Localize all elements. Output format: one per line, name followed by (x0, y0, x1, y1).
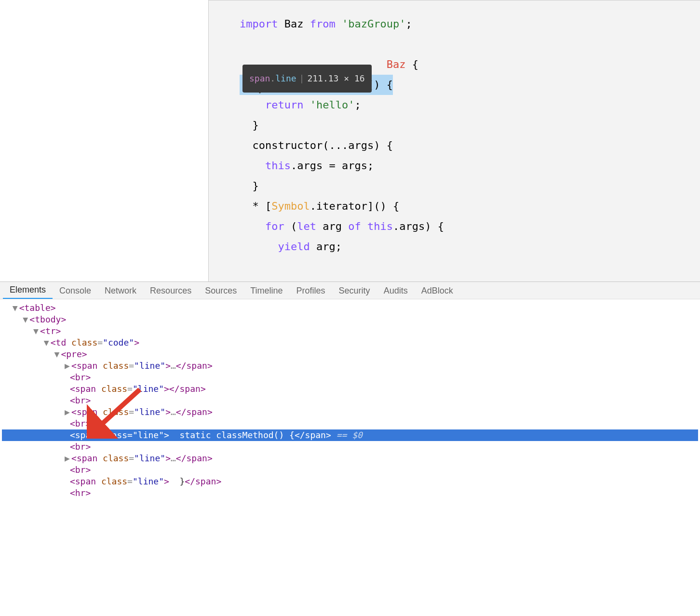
inspector-tooltip: span.line|211.13 × 16 (242, 65, 372, 93)
tab-resources[interactable]: Resources (143, 283, 198, 299)
code-line-5: return 'hello'; (240, 95, 669, 115)
code-line-blank (240, 34, 669, 54)
devtools-tabs: Elements Console Network Resources Sourc… (0, 282, 700, 299)
tab-security[interactable]: Security (332, 283, 377, 299)
code-line-10: * [Symbol.iterator]() { (240, 196, 669, 216)
dom-node-span-2[interactable]: <span class="line"></span> (2, 383, 698, 395)
dom-node-br-5[interactable]: <br> (2, 464, 698, 476)
code-editor[interactable]: import Baz from 'bazGroup'; Baz { static… (208, 0, 700, 281)
dom-node-span-5[interactable]: ▶<span class="line">…</span> (2, 453, 698, 464)
dom-node-table[interactable]: ▼<table> (2, 302, 698, 314)
code-line-7: constructor(...args) { (240, 135, 669, 156)
tab-sources[interactable]: Sources (198, 283, 243, 299)
left-gutter (0, 0, 208, 281)
tab-audits[interactable]: Audits (377, 283, 415, 299)
dom-tree[interactable]: ▼<table> ▼<tbody> ▼<tr> ▼<td class="code… (0, 299, 700, 509)
dom-node-pre[interactable]: ▼<pre> (2, 348, 698, 360)
devtools-panel: Elements Console Network Resources Sourc… (0, 281, 700, 509)
tab-elements[interactable]: Elements (3, 282, 53, 299)
dom-node-span-6[interactable]: <span class="line"> }</span> (2, 476, 698, 487)
tab-timeline[interactable]: Timeline (243, 283, 289, 299)
dom-node-br-3[interactable]: <br> (2, 418, 698, 429)
code-line-11: for (let arg of this.args) { (240, 216, 669, 237)
tab-profiles[interactable]: Profiles (290, 283, 332, 299)
code-line-9: } (240, 176, 669, 196)
dom-node-br-1[interactable]: <br> (2, 372, 698, 383)
code-line-8: this.args = args; (240, 156, 669, 176)
dom-node-span-1[interactable]: ▶<span class="line">…</span> (2, 360, 698, 372)
dom-node-br-4[interactable]: <br> (2, 441, 698, 453)
code-line-1: import Baz from 'bazGroup'; (240, 14, 669, 34)
dom-node-br-2[interactable]: <br> (2, 395, 698, 406)
dom-node-br-6[interactable]: <hr> (2, 487, 698, 499)
dom-node-tr[interactable]: ▼<tr> (2, 325, 698, 337)
code-line-12: yield arg; (240, 237, 669, 257)
tab-network[interactable]: Network (98, 283, 143, 299)
tab-adblock[interactable]: AdBlock (415, 283, 460, 299)
dom-node-tbody[interactable]: ▼<tbody> (2, 314, 698, 325)
dom-node-selected[interactable]: <span class="line"> static classMethod()… (2, 429, 698, 441)
tab-console[interactable]: Console (53, 283, 98, 299)
dom-node-td[interactable]: ▼<td class="code"> (2, 337, 698, 348)
dom-node-span-3[interactable]: ▶<span class="line">…</span> (2, 406, 698, 418)
code-line-6: } (240, 115, 669, 135)
